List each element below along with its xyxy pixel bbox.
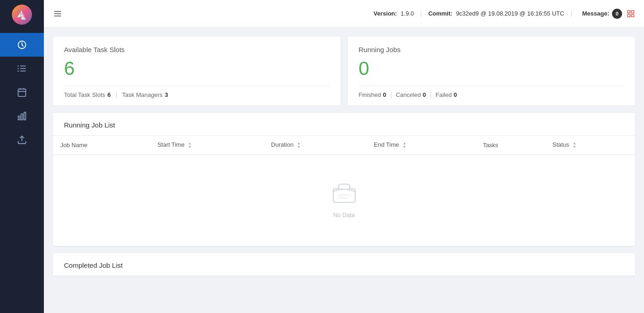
completed-job-list-title: Completed Job List [64,261,624,269]
no-data-text: No Data [333,212,355,218]
list-icon [17,64,27,74]
running-jobs-sub: Finished 0 Canceled 0 Failed 0 [359,91,624,98]
finished-item: Finished 0 [359,91,386,98]
message-badge: 0 [612,9,622,19]
sidebar-item-upload[interactable] [0,128,44,152]
col-end-time[interactable]: End Time ▲▼ [367,136,476,154]
svg-rect-7 [18,89,26,97]
message-label: Message: [582,10,609,17]
sort-icon-duration: ▲▼ [297,142,301,149]
commit-value: 9c32ed9 @ 19.08.2019 @ 16:16:55 UTC [456,10,564,17]
meta-divider [116,92,117,98]
sort-icon-end-time: ▲▼ [403,142,406,149]
message-wrapper: Message: 0 [582,9,622,19]
svg-rect-18 [628,11,630,13]
canceled-label: Canceled [396,91,421,98]
sort-icon-start-time: ▲▼ [188,142,192,149]
app-logo: 🦄 [0,0,44,29]
task-slots-value: 6 [64,59,330,78]
finished-value: 0 [383,91,386,98]
running-job-table-container: Job Name Start Time ▲▼ Duration ▲▼ [53,136,635,246]
failed-item: Failed 0 [436,91,457,98]
total-task-slots-value: 6 [107,91,111,98]
menu-button[interactable] [53,9,62,18]
sidebar-item-calendar[interactable] [0,80,44,104]
canceled-item: Canceled 0 [396,91,426,98]
no-data-icon [331,182,357,206]
task-managers-value: 3 [165,91,168,98]
sidebar: 🦄 [0,0,44,313]
col-status[interactable]: Status ▲▼ [545,136,635,154]
sidebar-nav [0,33,44,152]
sidebar-item-list[interactable] [0,57,44,80]
grid-icon [627,10,635,18]
version-label: Version: [373,10,397,17]
svg-rect-21 [632,14,634,16]
task-slots-title: Available Task Slots [64,46,330,53]
running-jobs-value: 0 [359,59,624,78]
main-content: Version: 1.9.0 | Commit: 9c32ed9 @ 19.08… [44,0,644,313]
running-job-table: Job Name Start Time ▲▼ Duration ▲▼ [53,136,635,155]
svg-rect-13 [24,112,26,120]
svg-rect-12 [21,114,23,120]
table-header-row: Job Name Start Time ▲▼ Duration ▲▼ [53,136,635,154]
task-slots-card: Available Task Slots 6 Total Task Slots … [53,37,341,106]
page-content: Available Task Slots 6 Total Task Slots … [44,27,644,313]
svg-rect-19 [632,11,634,13]
task-slots-meta: Total Task Slots 6 Task Managers 3 [64,91,330,98]
failed-value: 0 [453,91,457,98]
col-start-time[interactable]: Start Time ▲▼ [150,136,264,154]
hamburger-icon [53,9,62,18]
col-job-name: Job Name [53,136,150,154]
running-job-list-title: Running Job List [64,121,624,129]
svg-rect-11 [18,116,20,120]
col-duration[interactable]: Duration ▲▼ [264,136,367,154]
running-jobs-card: Running Jobs 0 Finished 0 Canceled 0 [348,37,635,106]
logo-icon: 🦄 [12,5,32,25]
dashboard-icon [17,40,27,50]
sort-icon-status: ▲▼ [573,142,576,149]
svg-rect-20 [628,14,630,16]
commit-label: Commit: [428,10,452,17]
chart-icon [17,111,27,121]
sidebar-item-dashboard[interactable] [0,33,44,57]
task-managers-label: Task Managers [122,91,162,98]
stats-row: Available Task Slots 6 Total Task Slots … [53,37,635,106]
table-header: Job Name Start Time ▲▼ Duration ▲▼ [53,136,635,154]
finished-label: Finished [359,91,381,98]
sub-divider-1 [391,92,391,98]
svg-rect-22 [333,189,355,202]
running-job-list-header: Running Job List [53,113,635,136]
col-tasks: Tasks [476,136,545,154]
calendar-icon [17,87,27,97]
sub-divider-2 [431,92,431,98]
version-value: 1.9.0 [401,10,414,17]
total-task-slots-label: Total Task Slots [64,91,105,98]
header-info: Version: 1.9.0 | Commit: 9c32ed9 @ 19.08… [373,9,622,19]
task-managers-item: Task Managers 3 [122,91,168,98]
running-jobs-title: Running Jobs [359,46,624,53]
failed-label: Failed [436,91,452,98]
header-action-button[interactable] [627,10,635,18]
completed-job-list-card: Completed Job List [53,253,635,276]
upload-icon [17,135,27,145]
canceled-value: 0 [423,91,426,98]
header: Version: 1.9.0 | Commit: 9c32ed9 @ 19.08… [44,0,644,27]
sidebar-item-chart[interactable] [0,104,44,128]
running-job-list-card: Running Job List Job Name Start Time ▲▼ [53,113,635,246]
total-task-slots-item: Total Task Slots 6 [64,91,111,98]
no-data-state: No Data [53,155,635,246]
